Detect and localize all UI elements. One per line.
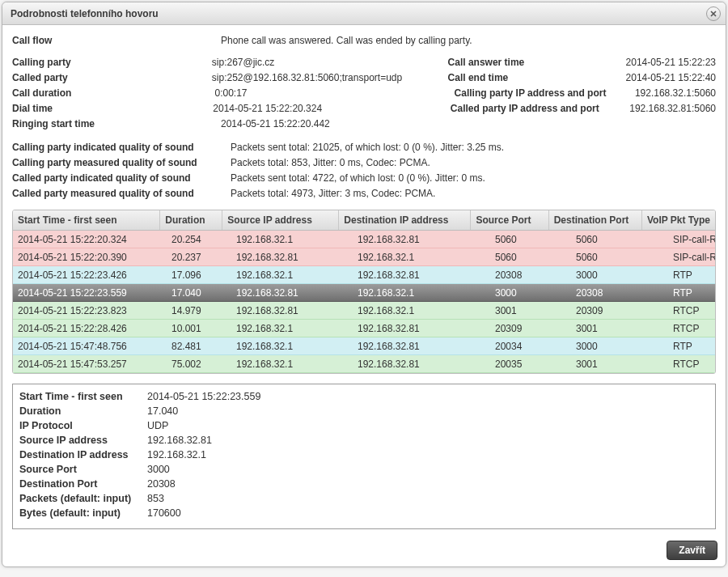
col-source-ip[interactable]: Source IP address xyxy=(222,210,339,230)
table-row[interactable]: 2014-05-21 15:22:23.42617.096192.168.32.… xyxy=(13,266,715,284)
flows-grid: Start Time - first seen Duration Source … xyxy=(12,210,716,374)
cell: 5060 xyxy=(490,234,571,245)
summary-value: sip:267@jic.cz xyxy=(212,55,448,70)
detail-label: Packets (default: input) xyxy=(19,491,147,506)
cell: 192.168.32.1 xyxy=(231,323,353,334)
window-close-button[interactable] xyxy=(706,6,721,21)
quality-label: Called party indicated quality of sound xyxy=(12,171,231,186)
detail-value: UDP xyxy=(147,418,709,433)
detail-label: Destination IP address xyxy=(19,448,147,462)
detail-label: Source Port xyxy=(19,462,147,477)
table-row[interactable]: 2014-05-21 15:22:28.42610.001192.168.32.… xyxy=(13,320,715,337)
callflow-label: Call flow xyxy=(12,33,221,49)
cell: 20308 xyxy=(490,269,571,281)
cell: 192.168.32.1 xyxy=(353,305,490,316)
summary-label: Calling party xyxy=(12,55,212,70)
summary-label: Dial time xyxy=(12,101,213,117)
quality-value: Packets sent total: 4722, of which lost:… xyxy=(231,171,716,186)
cell: 20035 xyxy=(490,359,571,370)
cell: 192.168.32.1 xyxy=(231,341,353,352)
cell: 192.168.32.81 xyxy=(353,234,490,245)
cell: 75.002 xyxy=(167,359,231,370)
detail-panel[interactable]: Start Time - first seen2014-05-21 15:22:… xyxy=(12,384,716,529)
cell: SIP-call-REQ xyxy=(668,234,715,245)
detail-label: Start Time - first seen xyxy=(19,389,147,404)
detail-value: 3000 xyxy=(147,462,709,477)
table-row[interactable]: 2014-05-21 15:47:53.25775.002192.168.32.… xyxy=(13,355,715,373)
detail-value: 20308 xyxy=(147,477,709,491)
summary-value: 192.168.32.81:5060 xyxy=(629,101,716,117)
cell: 20309 xyxy=(490,323,571,334)
callflow-value: Phone call was answered. Call was ended … xyxy=(221,33,706,49)
table-row[interactable]: 2014-05-21 15:47:48.75682.481192.168.32.… xyxy=(13,337,715,355)
summary-label: Call answer time xyxy=(448,55,626,70)
col-duration[interactable]: Duration xyxy=(160,210,222,230)
col-dest-ip[interactable]: Destination IP address xyxy=(339,210,471,230)
detail-value: 192.168.32.1 xyxy=(147,448,709,462)
col-pkt-type[interactable]: VoIP Pkt Type xyxy=(642,210,715,230)
summary-label xyxy=(468,117,654,132)
table-row[interactable]: 2014-05-21 15:22:23.82314.979192.168.32.… xyxy=(13,302,715,320)
cell: 3001 xyxy=(571,323,668,334)
cell: 20308 xyxy=(571,287,668,299)
detail-label: Duration xyxy=(19,404,147,418)
close-button[interactable]: Zavřít xyxy=(667,541,717,560)
detail-label: Source IP address xyxy=(19,433,147,448)
cell: 5060 xyxy=(571,252,668,263)
content-area: Call flow Phone call was answered. Call … xyxy=(2,25,726,536)
detail-value: 192.168.32.81 xyxy=(147,433,709,448)
cell: 2014-05-21 15:22:23.823 xyxy=(13,305,167,316)
quality-section: Calling party indicated quality of sound… xyxy=(12,140,716,202)
detail-value: 170600 xyxy=(147,506,709,520)
summary-value: sip:252@192.168.32.81:5060;transport=udp xyxy=(212,70,448,86)
cell: 20309 xyxy=(571,305,668,316)
table-row[interactable]: 2014-05-21 15:22:23.55917.040192.168.32.… xyxy=(13,284,715,302)
cell: RTP xyxy=(668,341,715,352)
dialog-footer: Zavřít xyxy=(2,536,726,566)
cell: 82.481 xyxy=(167,341,231,352)
quality-label: Called party measured quality of sound xyxy=(12,186,231,202)
detail-label: Destination Port xyxy=(19,477,147,491)
summary-label: Ringing start time xyxy=(12,117,221,132)
cell: 20034 xyxy=(490,341,571,352)
summary-label: Called party IP address and port xyxy=(451,101,629,117)
cell: 2014-05-21 15:22:23.426 xyxy=(13,269,167,281)
cell: 2014-05-21 15:47:48.756 xyxy=(13,341,167,352)
col-source-port[interactable]: Source Port xyxy=(471,210,548,230)
summary-value: 2014-05-21 15:22:20.442 xyxy=(221,117,468,132)
quality-value: Packets total: 853, Jitter: 0 ms, Codec:… xyxy=(231,155,716,171)
summary-section: Call flow Phone call was answered. Call … xyxy=(12,33,716,132)
cell: RTCP xyxy=(668,359,715,370)
cell: 3001 xyxy=(571,359,668,370)
cell: 2014-05-21 15:47:53.257 xyxy=(13,359,167,370)
table-row[interactable]: 2014-05-21 15:22:20.32420.254192.168.32.… xyxy=(13,231,715,248)
cell: 10.001 xyxy=(167,323,231,334)
cell: 17.040 xyxy=(167,287,231,299)
titlebar: Podrobnosti telefonního hovoru xyxy=(2,2,726,25)
col-start-time[interactable]: Start Time - first seen xyxy=(13,210,160,230)
detail-label: Bytes (default: input) xyxy=(19,506,147,520)
quality-value: Packets total: 4973, Jitter: 3 ms, Codec… xyxy=(231,186,716,202)
cell: 20.237 xyxy=(167,252,231,263)
detail-value: 853 xyxy=(147,491,709,506)
cell: 2014-05-21 15:22:20.324 xyxy=(13,234,167,245)
summary-value: 0:00:17 xyxy=(214,86,454,101)
cell: 2014-05-21 15:22:20.390 xyxy=(13,252,167,263)
cell: 192.168.32.81 xyxy=(353,341,490,352)
col-dest-port[interactable]: Destination Port xyxy=(549,210,642,230)
cell: RTP xyxy=(668,287,715,299)
cell: 3000 xyxy=(490,287,571,299)
cell: 192.168.32.81 xyxy=(353,323,490,334)
cell: 192.168.32.1 xyxy=(231,359,353,370)
quality-value: Packets sent total: 21025, of which lost… xyxy=(231,140,716,155)
close-icon xyxy=(709,10,717,18)
table-row[interactable]: 2014-05-21 15:22:20.39020.237192.168.32.… xyxy=(13,248,715,266)
summary-value: 2014-05-21 15:22:20.324 xyxy=(213,101,451,117)
cell: RTCP xyxy=(668,305,715,316)
summary-label: Called party xyxy=(12,70,212,86)
cell: 192.168.32.1 xyxy=(353,287,490,299)
cell: 192.168.32.81 xyxy=(231,252,353,263)
cell: 20.254 xyxy=(167,234,231,245)
cell: SIP-call-RES xyxy=(668,252,715,263)
call-details-window: Podrobnosti telefonního hovoru Call flow… xyxy=(2,2,726,567)
